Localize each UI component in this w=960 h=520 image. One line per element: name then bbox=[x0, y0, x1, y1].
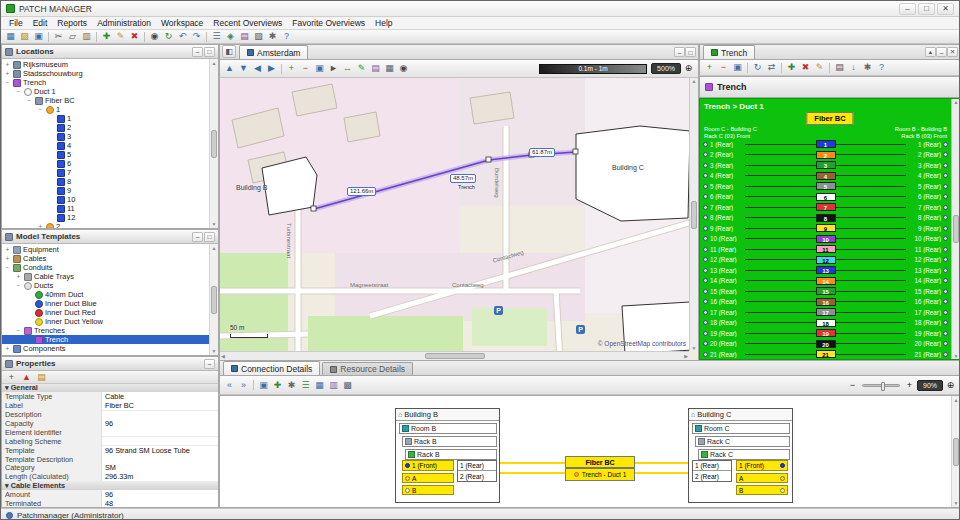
tree-toggle-icon[interactable]: + bbox=[4, 345, 11, 352]
tree-view-icon[interactable]: ☰ bbox=[210, 31, 223, 43]
location-item-6-11[interactable]: 6 bbox=[2, 159, 209, 168]
strand-b-cell[interactable]: B bbox=[402, 485, 454, 495]
magnifier-icon[interactable]: ⊕ bbox=[944, 379, 957, 391]
settings-icon[interactable]: ✱ bbox=[266, 31, 279, 43]
template-item-inner-duct-blue-6[interactable]: Inner Duct Blue bbox=[2, 299, 209, 308]
layout-icon[interactable]: ▥ bbox=[327, 379, 340, 391]
edit-icon[interactable]: ✎ bbox=[813, 62, 826, 74]
strand-row-1[interactable]: 1 (Rear)11 (Rear) bbox=[700, 139, 951, 150]
building-c-box[interactable]: ⌂ Building C Room C Rack C Rack C 1 (Rea… bbox=[688, 408, 793, 503]
location-item-2-18[interactable]: +2 bbox=[2, 222, 209, 228]
location-item-10-15[interactable]: 10 bbox=[2, 195, 209, 204]
strand-row-20[interactable]: 20 (Rear)2020 (Rear) bbox=[700, 339, 951, 350]
menu-administration[interactable]: Administration bbox=[92, 18, 156, 28]
print-icon[interactable]: ▧ bbox=[252, 31, 265, 43]
tab-connection-details[interactable]: Connection Details bbox=[223, 361, 320, 375]
settings-icon[interactable]: ✱ bbox=[285, 379, 298, 391]
tree-toggle-icon[interactable]: − bbox=[4, 79, 11, 86]
connection-diagram[interactable]: ⌂ Building B Room B Rack B Rack B 1 (Fro… bbox=[219, 395, 960, 508]
strand-row-16[interactable]: 16 (Rear)1616 (Rear) bbox=[700, 297, 951, 308]
template-item-equipment-0[interactable]: +Equipment bbox=[2, 245, 209, 254]
select-icon[interactable]: ► bbox=[327, 63, 340, 75]
template-item-ducts-4[interactable]: −Ducts bbox=[2, 281, 209, 290]
help-icon[interactable]: ? bbox=[280, 31, 293, 43]
room-row[interactable]: Room B bbox=[399, 423, 497, 434]
add-icon[interactable]: ✚ bbox=[271, 379, 284, 391]
strand-row-19[interactable]: 19 (Rear)1919 (Rear) bbox=[700, 328, 951, 339]
strand-row-2[interactable]: 2 (Rear)22 (Rear) bbox=[700, 150, 951, 161]
location-item-stadsschouwburg-1[interactable]: +Stadsschouwburg bbox=[2, 69, 209, 78]
template-item-trench-10[interactable]: Trench bbox=[2, 335, 209, 344]
template-item-conduits-2[interactable]: −Conduits bbox=[2, 263, 209, 272]
nav-back-icon[interactable]: « bbox=[223, 379, 236, 391]
export-icon[interactable]: ↓ bbox=[847, 62, 860, 74]
maximize-icon[interactable]: □ bbox=[918, 3, 935, 15]
expand-all-icon[interactable]: + bbox=[5, 371, 18, 383]
minimize-icon[interactable]: – bbox=[899, 3, 916, 15]
rotate-icon[interactable]: ↻ bbox=[751, 62, 764, 74]
flip-icon[interactable]: ⇄ bbox=[765, 62, 778, 74]
remove-conduit-icon[interactable]: ✖ bbox=[799, 62, 812, 74]
tree-toggle-icon[interactable]: − bbox=[15, 88, 22, 95]
close-icon[interactable]: ✕ bbox=[937, 3, 954, 15]
zoom-out-icon[interactable]: − bbox=[846, 379, 859, 391]
diagram-scrollbar[interactable]: ▲▼ bbox=[951, 396, 960, 507]
tab-amsterdam[interactable]: Amsterdam bbox=[239, 45, 308, 59]
search-icon[interactable]: ◉ bbox=[148, 31, 161, 43]
strand-row-9[interactable]: 9 (Rear)99 (Rear) bbox=[700, 223, 951, 234]
template-item-components-11[interactable]: +Components bbox=[2, 344, 209, 353]
fiber-cable-box[interactable]: Fiber BC bbox=[565, 456, 635, 468]
location-item-8-13[interactable]: 8 bbox=[2, 177, 209, 186]
location-item-3-8[interactable]: 3 bbox=[2, 132, 209, 141]
draw-icon[interactable]: ✎ bbox=[355, 63, 368, 75]
tree-toggle-icon[interactable]: + bbox=[4, 246, 11, 253]
strand-row-18[interactable]: 18 (Rear)1818 (Rear) bbox=[700, 318, 951, 329]
strand-row-11[interactable]: 11 (Rear)1111 (Rear) bbox=[700, 244, 951, 255]
rear-port-cell[interactable]: 2 (Rear) bbox=[693, 471, 731, 481]
zoom-slider-knob[interactable] bbox=[881, 382, 885, 391]
location-item-duct-1-3[interactable]: −Duct 1 bbox=[2, 87, 209, 96]
location-item-7-12[interactable]: 7 bbox=[2, 168, 209, 177]
strand-row-15[interactable]: 15 (Rear)1515 (Rear) bbox=[700, 286, 951, 297]
location-item-trench-2[interactable]: −Trench bbox=[2, 78, 209, 87]
tree-toggle-icon[interactable]: + bbox=[15, 273, 22, 280]
fiber-cable-chip[interactable]: Fiber BC bbox=[806, 112, 853, 125]
location-item-9-14[interactable]: 9 bbox=[2, 186, 209, 195]
zoom-slider[interactable] bbox=[862, 384, 900, 387]
layers-icon[interactable]: ▤ bbox=[369, 63, 382, 75]
rack-row[interactable]: Rack B bbox=[405, 449, 497, 460]
template-item-cables-1[interactable]: +Cables bbox=[2, 254, 209, 263]
strand-row-3[interactable]: 3 (Rear)33 (Rear) bbox=[700, 160, 951, 171]
panel-minimize-icon[interactable]: – bbox=[674, 47, 685, 57]
property-row-terminated[interactable]: Terminated48 bbox=[2, 500, 218, 507]
room-row[interactable]: Room C bbox=[692, 423, 790, 434]
tree-toggle-icon[interactable]: − bbox=[26, 97, 33, 104]
port-front-cell[interactable]: 1 (Front) bbox=[736, 460, 788, 471]
report-icon[interactable]: ▤ bbox=[238, 31, 251, 43]
location-item-1-6[interactable]: 1 bbox=[2, 114, 209, 123]
trench-scrollbar[interactable]: ▲▼ bbox=[951, 99, 960, 359]
pan-right-icon[interactable]: ▶ bbox=[265, 63, 278, 75]
new-overview-icon[interactable]: ▦ bbox=[4, 31, 17, 43]
menu-file[interactable]: File bbox=[4, 18, 28, 28]
rack-row[interactable]: Rack C bbox=[698, 449, 790, 460]
strand-row-13[interactable]: 13 (Rear)1313 (Rear) bbox=[700, 265, 951, 276]
template-item-trenches-9[interactable]: −Trenches bbox=[2, 326, 209, 335]
strand-row-21[interactable]: 21 (Rear)2121 (Rear) bbox=[700, 349, 951, 360]
panel-minimize-icon[interactable]: – bbox=[192, 232, 203, 242]
rack-row[interactable]: Rack C bbox=[695, 436, 790, 447]
tree-toggle-icon[interactable]: + bbox=[4, 255, 11, 262]
export-table-icon[interactable]: ▤ bbox=[35, 371, 48, 383]
strand-row-8[interactable]: 8 (Rear)88 (Rear) bbox=[700, 213, 951, 224]
menu-help[interactable]: Help bbox=[370, 18, 397, 28]
panel-maximize-icon[interactable]: □ bbox=[204, 232, 215, 242]
tree-icon[interactable]: ☰ bbox=[299, 379, 312, 391]
tab-trench[interactable]: Trench bbox=[703, 45, 755, 59]
pan-up-icon[interactable]: ▲ bbox=[223, 63, 236, 75]
grid-icon[interactable]: ▦ bbox=[313, 379, 326, 391]
rack-row[interactable]: Rack B bbox=[402, 436, 497, 447]
strand-a-cell[interactable]: A bbox=[736, 473, 788, 483]
zoom-in-icon[interactable]: + bbox=[285, 63, 298, 75]
strand-row-17[interactable]: 17 (Rear)1717 (Rear) bbox=[700, 307, 951, 318]
strand-row-10[interactable]: 10 (Rear)1010 (Rear) bbox=[700, 234, 951, 245]
